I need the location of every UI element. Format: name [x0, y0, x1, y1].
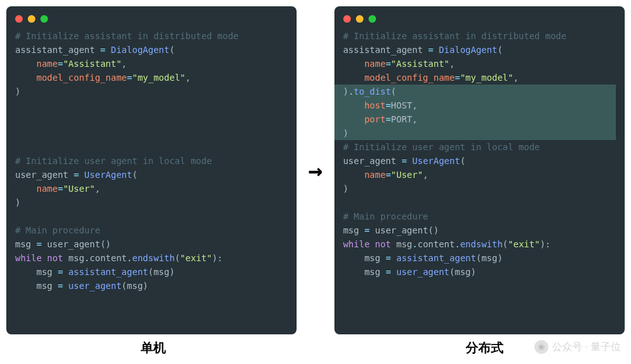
code-line: assistant_agent = DialogAgent(	[343, 43, 625, 57]
label-left: 单机	[6, 339, 300, 356]
code-line	[343, 196, 625, 209]
code-line: host=HOST,	[334, 98, 616, 112]
code-line: name="User",	[343, 168, 625, 182]
window-controls	[334, 11, 625, 29]
label-right: 分布式	[338, 339, 631, 356]
code-line: name="Assistant",	[343, 57, 625, 71]
code-line	[15, 140, 297, 154]
code-line: name="Assistant",	[15, 57, 297, 71]
code-panel-right: # Initialize assistant in distributed mo…	[334, 6, 625, 334]
code-block-right: # Initialize assistant in distributed mo…	[334, 29, 625, 279]
code-line: # Initialize user agent in local mode	[15, 154, 297, 168]
code-line: # Main procedure	[15, 223, 297, 237]
code-line: while not msg.content.endswith("exit"):	[15, 251, 297, 265]
panel-labels: 单机 分布式	[0, 339, 631, 356]
code-line: # Initialize assistant in distributed mo…	[15, 29, 297, 43]
minimize-icon	[28, 15, 35, 23]
arrow-container: →	[297, 6, 334, 334]
code-line: model_config_name="my_model",	[15, 71, 297, 85]
code-line: )	[15, 196, 297, 209]
code-line: )	[334, 126, 616, 140]
code-line: msg = user_agent()	[15, 237, 297, 251]
code-line: port=PORT,	[334, 112, 616, 126]
code-line	[15, 98, 297, 112]
code-line: msg = user_agent(msg)	[343, 265, 625, 279]
code-line	[15, 126, 297, 140]
window-controls	[6, 11, 297, 29]
code-line: )	[343, 182, 625, 196]
minimize-icon	[356, 15, 363, 23]
code-line: # Initialize assistant in distributed mo…	[343, 29, 625, 43]
close-icon	[343, 15, 351, 23]
code-line: # Initialize user agent in local mode	[343, 140, 625, 154]
code-line	[15, 112, 297, 126]
code-line: assistant_agent = DialogAgent(	[15, 43, 297, 57]
close-icon	[15, 15, 23, 23]
code-line: ).to_dist(	[334, 85, 616, 98]
code-line: user_agent = UserAgent(	[343, 154, 625, 168]
code-line: msg = user_agent()	[343, 223, 625, 237]
comparison-container: # Initialize assistant in distributed mo…	[0, 0, 631, 334]
code-line: msg = user_agent(msg)	[15, 279, 297, 293]
code-line: model_config_name="my_model",	[343, 71, 625, 85]
code-line: # Main procedure	[343, 209, 625, 223]
code-block-left: # Initialize assistant in distributed mo…	[6, 29, 297, 293]
code-panel-left: # Initialize assistant in distributed mo…	[6, 6, 297, 334]
code-line: while not msg.content.endswith("exit"):	[343, 237, 625, 251]
zoom-icon	[40, 15, 48, 23]
code-line: name="User",	[15, 182, 297, 196]
arrow-right-icon: →	[309, 158, 323, 182]
code-line: user_agent = UserAgent(	[15, 168, 297, 182]
code-line	[15, 209, 297, 223]
zoom-icon	[369, 15, 376, 23]
code-line: msg = assistant_agent(msg)	[15, 265, 297, 279]
code-line: msg = assistant_agent(msg)	[343, 251, 625, 265]
code-line: )	[15, 85, 297, 98]
